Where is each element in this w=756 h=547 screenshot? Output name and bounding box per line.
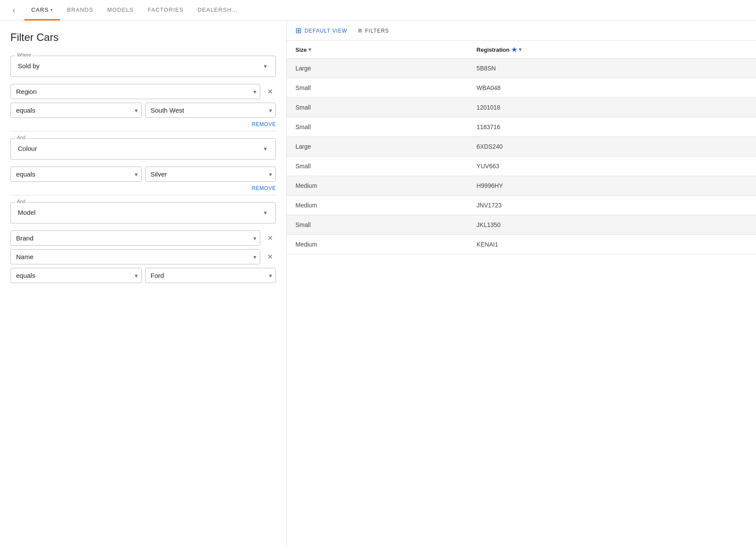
size-cell: Small <box>287 117 468 137</box>
table-row[interactable]: Large 5B8SN <box>287 59 756 78</box>
default-view-icon: ⊞ <box>295 26 302 35</box>
region-operator-box: equals not equals ▾ <box>10 103 142 118</box>
colour-value-select[interactable]: Silver Red Blue Black White <box>151 170 271 178</box>
table-row[interactable]: Small 1183716 <box>287 117 756 137</box>
brand-remove-button[interactable]: ✕ <box>264 232 276 244</box>
back-button[interactable]: ‹ <box>7 3 21 17</box>
filter-where-group: Where Sold by Bought by ▾ <box>10 56 276 77</box>
colour-select[interactable]: Colour Size Model <box>18 143 269 154</box>
nav-tabs: CARS ▾ BRANDS MODELS FACTORIES DEALERSH.… <box>24 0 245 20</box>
model-operator-select[interactable]: equals not equals <box>16 272 136 279</box>
default-view-label: DEFAULT VIEW <box>305 28 347 34</box>
model-select-wrapper: Model Brand Year ▾ <box>18 207 269 218</box>
left-panel: Filter Cars Where Sold by Bought by ▾ Re… <box>0 21 287 547</box>
table-row[interactable]: Small WBA048 <box>287 78 756 98</box>
sold-by-select-wrapper: Sold by Bought by ▾ <box>18 60 269 71</box>
tab-models[interactable]: MODELS <box>100 0 141 20</box>
brand-row: Brand Ford BMW Audi ▾ ✕ <box>10 230 276 246</box>
name-select-box: Name Fiesta Focus ▾ <box>10 249 260 264</box>
table-row[interactable]: Medium KENAI1 <box>287 235 756 254</box>
registration-cell: 6XDS240 <box>468 137 756 157</box>
colour-select-wrapper: Colour Size Model ▾ <box>18 143 269 154</box>
size-cell: Large <box>287 59 468 78</box>
table-row[interactable]: Small JKL1350 <box>287 215 756 235</box>
filter1-remove-button[interactable]: REMOVE <box>10 121 276 127</box>
table-row[interactable]: Medium JNV1723 <box>287 196 756 215</box>
table-row[interactable]: Medium H9996HY <box>287 176 756 196</box>
name-row: Name Fiesta Focus ▾ ✕ <box>10 249 276 264</box>
tab-brands[interactable]: BRANDS <box>60 0 100 20</box>
model-value-box: Ford BMW Audi Toyota ▾ <box>145 268 276 283</box>
registration-cell: YUV663 <box>468 157 756 176</box>
name-select[interactable]: Name Fiesta Focus <box>16 253 255 260</box>
region-value-row: equals not equals ▾ South West North Eas… <box>10 103 276 118</box>
filter-model-legend: And <box>15 199 27 204</box>
brand-select[interactable]: Brand Ford BMW Audi <box>16 234 255 242</box>
model-value-row: equals not equals ▾ Ford BMW Audi Toyota… <box>10 268 276 283</box>
tab-factories[interactable]: FACTORIES <box>141 0 191 20</box>
model-value-select[interactable]: Ford BMW Audi Toyota <box>151 272 271 279</box>
filter-colour-group: And Colour Size Model ▾ <box>10 138 276 160</box>
colour-value-row: equals not equals ▾ Silver Red Blue Blac… <box>10 167 276 182</box>
size-cell: Medium <box>287 176 468 196</box>
size-cell: Small <box>287 215 468 235</box>
registration-sort-icon: ▾ <box>519 47 521 53</box>
region-operator-select[interactable]: equals not equals <box>16 107 136 114</box>
region-row: Region Country City ▾ ✕ <box>10 84 276 99</box>
size-sort-icon: ▾ <box>308 47 311 53</box>
table-row[interactable]: Small 1201018 <box>287 98 756 117</box>
registration-cell: 1201018 <box>468 98 756 117</box>
divider-2 <box>10 195 276 195</box>
table-row[interactable]: Small YUV663 <box>287 157 756 176</box>
registration-cell: H9996HY <box>468 176 756 196</box>
region-value-box: South West North East North West South E… <box>145 103 276 118</box>
filter-colour-legend: And <box>15 135 27 140</box>
region-value-select[interactable]: South West North East North West South E… <box>151 107 271 114</box>
registration-cell: WBA048 <box>468 78 756 98</box>
size-column-header[interactable]: Size ▾ <box>287 41 468 59</box>
table-body: Large 5B8SN Small WBA048 Small 1201018 S… <box>287 59 756 254</box>
cars-tab-arrow: ▾ <box>50 7 53 12</box>
registration-cell: 1183716 <box>468 117 756 137</box>
registration-cell: KENAI1 <box>468 235 756 254</box>
size-cell: Medium <box>287 235 468 254</box>
table-header-row: Size ▾ Registration ★ ▾ <box>287 41 756 59</box>
top-nav: ‹ CARS ▾ BRANDS MODELS FACTORIES DEALERS… <box>0 0 756 21</box>
brand-select-box: Brand Ford BMW Audi ▾ <box>10 230 260 246</box>
colour-operator-select[interactable]: equals not equals <box>16 170 136 178</box>
registration-column-header[interactable]: Registration ★ ▾ <box>468 41 756 59</box>
sold-by-select[interactable]: Sold by Bought by <box>18 60 269 71</box>
filters-label: FILTERS <box>365 28 389 34</box>
main-layout: Filter Cars Where Sold by Bought by ▾ Re… <box>0 21 756 547</box>
table-row[interactable]: Large 6XDS240 <box>287 137 756 157</box>
filters-button[interactable]: ≡ FILTERS <box>358 27 389 35</box>
region-remove-button[interactable]: ✕ <box>264 86 276 98</box>
size-cell: Small <box>287 157 468 176</box>
default-view-button[interactable]: ⊞ DEFAULT VIEW <box>295 26 347 35</box>
registration-star-icon: ★ <box>511 46 517 53</box>
region-select-box: Region Country City ▾ <box>10 84 260 99</box>
size-cell: Small <box>287 78 468 98</box>
right-toolbar: ⊞ DEFAULT VIEW ≡ FILTERS <box>287 21 756 41</box>
filter-where-legend: Where <box>15 52 33 57</box>
tab-dealerships[interactable]: DEALERSH... <box>191 0 245 20</box>
size-cell: Small <box>287 98 468 117</box>
filters-icon: ≡ <box>358 27 362 35</box>
colour-operator-box: equals not equals ▾ <box>10 167 142 182</box>
divider-1 <box>10 131 276 131</box>
page-title: Filter Cars <box>10 31 276 43</box>
size-cell: Medium <box>287 196 468 215</box>
region-select[interactable]: Region Country City <box>16 88 255 95</box>
registration-cell: JNV1723 <box>468 196 756 215</box>
registration-cell: JKL1350 <box>468 215 756 235</box>
size-cell: Large <box>287 137 468 157</box>
right-panel: ⊞ DEFAULT VIEW ≡ FILTERS Size ▾ <box>287 21 756 547</box>
filter2-remove-button[interactable]: REMOVE <box>10 185 276 191</box>
registration-cell: 5B8SN <box>468 59 756 78</box>
cars-table: Size ▾ Registration ★ ▾ <box>287 41 756 254</box>
tab-cars[interactable]: CARS ▾ <box>24 0 60 20</box>
name-remove-button[interactable]: ✕ <box>264 251 276 263</box>
model-operator-box: equals not equals ▾ <box>10 268 142 283</box>
data-table: Size ▾ Registration ★ ▾ <box>287 41 756 547</box>
model-select[interactable]: Model Brand Year <box>18 207 269 218</box>
